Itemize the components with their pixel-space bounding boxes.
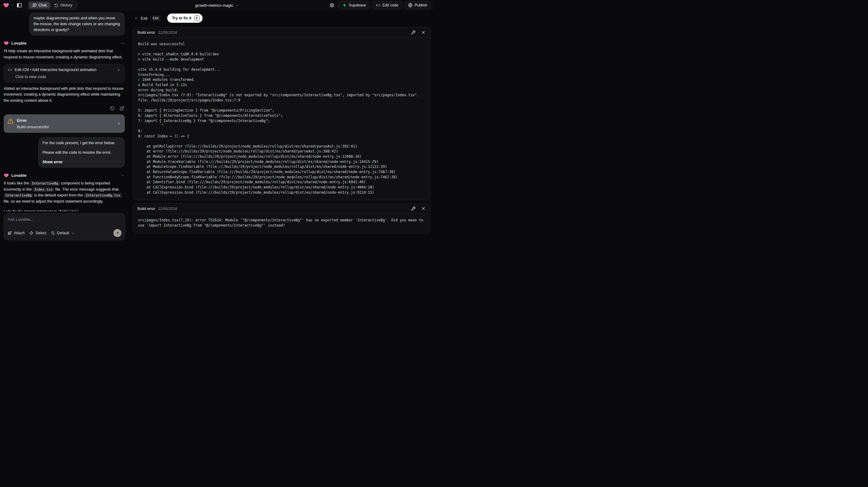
log-line: error during build: xyxy=(138,88,425,93)
more-menu-icon[interactable] xyxy=(120,41,125,45)
log-line: src/pages/Index.tsx(7,10): error TS2614:… xyxy=(138,218,425,228)
code-icon xyxy=(8,68,12,72)
build-error-title: Build error xyxy=(137,30,155,35)
user-message-text: For the code present, I get the error be… xyxy=(42,140,121,146)
chevron-down-icon xyxy=(10,4,13,7)
supabase-icon xyxy=(342,3,347,7)
log-line: transforming... xyxy=(138,72,425,78)
tab-chat[interactable]: Chat xyxy=(29,2,50,9)
user-message-text: maybe diagramming points and when you mo… xyxy=(33,16,120,32)
build-error-card[interactable]: Error Build unsuccessful xyxy=(4,114,125,133)
build-error-card-header: Build error 11/08/2024 xyxy=(133,204,430,214)
log-line: 7: import { InteractiveBg } from "@/comp… xyxy=(138,118,425,124)
wrench-icon[interactable] xyxy=(411,30,415,35)
log-line: ✓ 1844 modules transformed. xyxy=(138,77,425,82)
inline-code: Index.tsx xyxy=(58,209,79,211)
chat-history-tabs: Chat History xyxy=(28,1,77,10)
log-line: at getRollupError (file:///builds/29/pro… xyxy=(138,144,425,149)
chevron-right-icon xyxy=(117,121,121,126)
close-icon[interactable] xyxy=(421,30,426,35)
mode-label: Default xyxy=(57,231,69,235)
code-icon xyxy=(376,3,380,7)
log-line xyxy=(138,139,425,144)
text: file. The error message suggests that xyxy=(54,187,119,191)
mode-dropdown[interactable]: Default xyxy=(51,231,74,235)
arrow-up-icon xyxy=(116,231,120,235)
log-line: at FunctionBodyScope.findVariable (file:… xyxy=(138,175,425,180)
build-error-card-header: Build error 11/08/2024 xyxy=(133,27,430,38)
sidebar-toggle-button[interactable] xyxy=(17,2,22,8)
project-switcher[interactable]: growth-metrics-magic xyxy=(195,3,239,8)
tab-history[interactable]: History xyxy=(51,2,76,9)
close-icon[interactable] xyxy=(421,206,426,211)
chevron-right-icon xyxy=(117,68,121,72)
log-line: at ModuleScope.findVariable (file:///bui… xyxy=(138,164,425,170)
try-to-fix-button[interactable]: Try to fix it F xyxy=(167,13,202,23)
build-error-log-card: Build error 11/08/2024 src/pages/Index.t… xyxy=(133,203,430,233)
assistant-message: Added an interactive background with pin… xyxy=(4,86,125,103)
log-line xyxy=(138,103,425,108)
error-view-header: Exit ESC Try to fix it F xyxy=(133,12,430,24)
assistant-header: Lovable xyxy=(4,40,125,46)
assistant-message: Let's fix the import statement in Index.… xyxy=(4,209,125,211)
fix-label: Try to fix it xyxy=(172,16,191,20)
log-line: at error (file:///builds/29/project/node… xyxy=(138,149,425,154)
topbar-actions: Supabase Edit code Publish xyxy=(328,1,431,9)
log-line: > vite_react_shadcn_ts@0.0.0 build:dev xyxy=(138,52,425,57)
settings-button[interactable] xyxy=(328,1,336,9)
warning-triangle-icon xyxy=(7,118,13,124)
chevron-down-icon xyxy=(71,232,74,235)
supabase-label: Supabase xyxy=(349,3,366,7)
composer: Attach Select Default xyxy=(4,213,125,240)
text: file, so we need to adjust the import st… xyxy=(4,199,103,204)
error-subtitle: Build unsuccessful xyxy=(17,125,114,129)
edit-card-28[interactable]: Edit #28 • Add interactive background an… xyxy=(4,64,125,83)
build-error-date: 11/08/2024 xyxy=(158,207,177,211)
open-external-icon[interactable] xyxy=(120,106,124,111)
chevron-left-icon xyxy=(134,16,138,20)
lovable-heart-icon xyxy=(4,173,9,178)
build-error-log-card: Build error 11/08/2024 Build was unsucce… xyxy=(133,27,430,200)
crosshair-icon xyxy=(29,231,33,235)
assistant-message: It looks like the InteractiveBg componen… xyxy=(4,180,125,205)
log-line: vite v5.4.6 building for development... xyxy=(138,67,425,72)
log-line xyxy=(138,47,425,52)
restore-icon[interactable] xyxy=(110,106,115,111)
edit-code-label: Edit code xyxy=(382,3,398,7)
exit-button[interactable]: Exit ESC xyxy=(134,16,162,21)
show-error-link[interactable]: Show error xyxy=(42,159,121,165)
build-error-title: Build error xyxy=(137,207,155,211)
log-line: at Identifier.bind (file:///builds/29/pr… xyxy=(138,180,425,185)
send-button[interactable] xyxy=(114,229,121,237)
text: . xyxy=(79,209,82,211)
log-line: 5: import { PricingSection } from "@/com… xyxy=(138,108,425,113)
log-line: at CallExpression.bind (file:///builds/2… xyxy=(138,185,425,190)
image-plus-icon xyxy=(8,231,12,235)
chat-bubble-icon xyxy=(33,3,37,7)
publish-button[interactable]: Publish xyxy=(404,1,431,9)
inline-code: InteractiveBg xyxy=(4,193,33,198)
wrench-icon[interactable] xyxy=(411,206,415,211)
log-line: 6: import { AlternativeTools } from "@/c… xyxy=(138,113,425,118)
inline-code: InteractiveBg.tsx xyxy=(84,193,122,198)
publish-label: Publish xyxy=(415,3,427,7)
log-line: at Module.traceVariable (file:///builds/… xyxy=(138,159,425,164)
chat-messages: maybe diagramming points and when you mo… xyxy=(0,10,129,211)
log-line: 9: const Index = () => { xyxy=(138,134,425,139)
edit-code-button[interactable]: Edit code xyxy=(372,1,402,9)
log-line: x Build failed in 3.12s xyxy=(138,82,425,88)
esc-key-badge: ESC xyxy=(150,16,162,21)
tab-history-label: History xyxy=(60,3,72,7)
gear-icon xyxy=(330,3,334,8)
attach-button[interactable]: Attach xyxy=(8,231,25,235)
text: is the default export from the xyxy=(33,193,84,197)
more-menu-icon[interactable] xyxy=(120,173,125,178)
select-button[interactable]: Select xyxy=(29,231,46,235)
edit-card-title: Edit #28 • Add interactive background an… xyxy=(15,68,96,72)
supabase-button[interactable]: Supabase xyxy=(339,1,370,9)
log-line: at CallExpression.bind (file:///builds/2… xyxy=(138,190,425,195)
log-line: file: /builds/29/project/src/pages/Index… xyxy=(138,98,425,103)
chevron-down-icon xyxy=(236,4,239,7)
chat-input[interactable] xyxy=(8,217,121,224)
workspace-menu[interactable] xyxy=(3,2,13,8)
